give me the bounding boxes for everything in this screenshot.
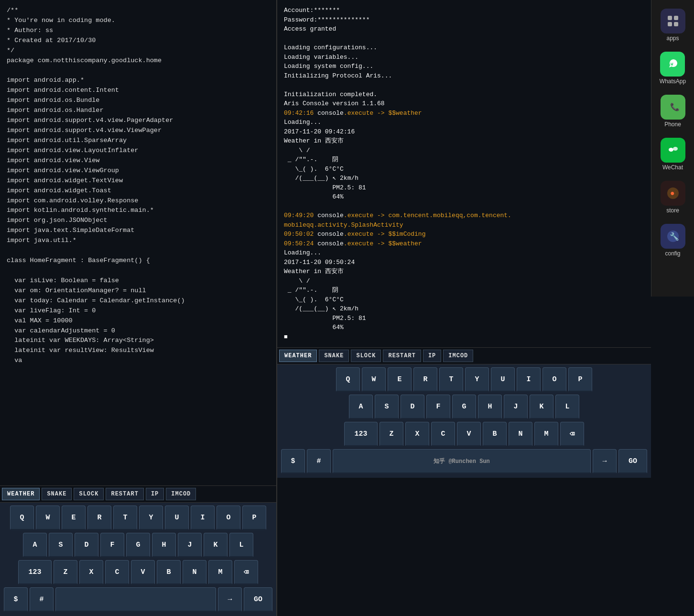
key-p[interactable]: P — [242, 506, 266, 530]
key-o[interactable]: O — [217, 506, 240, 530]
left-panel: /** * You're now in coding mode. * Autho… — [0, 0, 277, 616]
right-key-e[interactable]: E — [388, 367, 412, 392]
right-btn-slock[interactable]: SLOCK — [351, 350, 381, 362]
right-key-row-3: 123 Z X C V B N M ⌫ — [279, 422, 649, 447]
right-key-q[interactable]: Q — [336, 367, 360, 392]
right-key-g[interactable]: G — [452, 395, 476, 419]
right-key-l[interactable]: L — [555, 395, 579, 419]
key-g[interactable]: G — [126, 533, 150, 558]
key-del[interactable]: ⌫ — [234, 560, 258, 585]
right-key-h[interactable]: H — [478, 395, 502, 419]
key-123[interactable]: 123 — [18, 560, 52, 585]
right-btn-ip[interactable]: IP — [423, 350, 441, 362]
key-u[interactable]: U — [165, 506, 189, 530]
key-f[interactable]: F — [100, 533, 124, 558]
right-key-r[interactable]: R — [413, 367, 437, 392]
wechat-label: WeChat — [662, 164, 683, 171]
right-btn-restart[interactable]: RESTART — [383, 350, 421, 362]
right-key-x[interactable]: X — [405, 422, 429, 447]
left-key-row-1: Q W E R T Y U I O P — [2, 506, 274, 530]
left-btn-slock[interactable]: SLOCK — [74, 488, 104, 500]
right-key-k[interactable]: K — [530, 395, 553, 419]
left-btn-weather[interactable]: WEATHER — [2, 488, 40, 500]
right-btn-weather[interactable]: WEATHER — [279, 350, 317, 362]
apps-label: apps — [666, 35, 679, 42]
svg-rect-3 — [674, 22, 678, 26]
right-key-y[interactable]: Y — [465, 367, 489, 392]
key-l[interactable]: L — [229, 533, 253, 558]
key-s[interactable]: S — [49, 533, 73, 558]
sidebar-config[interactable]: 🔧 config — [658, 220, 688, 261]
key-i[interactable]: I — [191, 506, 215, 530]
right-key-i[interactable]: I — [517, 367, 541, 392]
key-w[interactable]: W — [36, 506, 60, 530]
right-key-u[interactable]: U — [491, 367, 515, 392]
key-n[interactable]: N — [183, 560, 206, 585]
right-btn-snake[interactable]: SNAKE — [319, 350, 349, 362]
key-y[interactable]: Y — [139, 506, 163, 530]
key-t[interactable]: T — [113, 506, 137, 530]
key-c[interactable]: C — [105, 560, 129, 585]
right-key-hash[interactable]: # — [307, 449, 331, 474]
svg-rect-1 — [674, 16, 678, 20]
right-key-d[interactable]: D — [401, 395, 424, 419]
key-hash[interactable]: # — [30, 587, 54, 612]
key-x[interactable]: X — [79, 560, 103, 585]
whatsapp-label: WhatsApp — [660, 78, 686, 85]
right-keyboard: Q W E R T Y U I O P A S D F G H J K L — [277, 364, 651, 478]
right-key-b[interactable]: B — [483, 422, 507, 447]
right-key-c[interactable]: C — [431, 422, 455, 447]
right-btn-imcod[interactable]: IMCOD — [443, 350, 473, 362]
right-key-123[interactable]: 123 — [344, 422, 378, 447]
left-btn-restart[interactable]: RESTART — [106, 488, 143, 500]
right-key-dollar[interactable]: $ — [281, 449, 305, 474]
right-key-j[interactable]: J — [504, 395, 528, 419]
key-go[interactable]: GO — [244, 587, 272, 612]
right-key-v[interactable]: V — [457, 422, 481, 447]
right-key-row-1: Q W E R T Y U I O P — [279, 367, 649, 392]
right-key-arrow[interactable]: → — [593, 449, 617, 474]
sidebar-store[interactable]: ● store — [658, 177, 688, 218]
left-btn-snake[interactable]: SNAKE — [42, 488, 72, 500]
key-z[interactable]: Z — [54, 560, 77, 585]
key-q[interactable]: Q — [10, 506, 34, 530]
right-key-o[interactable]: O — [542, 367, 566, 392]
left-btn-imcod[interactable]: IMCOD — [166, 488, 196, 500]
wechat-icon — [661, 138, 685, 163]
right-key-w[interactable]: W — [362, 367, 386, 392]
key-b[interactable]: B — [157, 560, 181, 585]
right-key-go[interactable]: GO — [618, 449, 647, 474]
sidebar-phone[interactable]: 📞 Phone — [658, 91, 688, 132]
key-m[interactable]: M — [208, 560, 232, 585]
left-key-row-2: A S D F G H J K L — [2, 533, 274, 558]
right-key-m[interactable]: M — [534, 422, 558, 447]
config-label: config — [665, 250, 680, 257]
key-e[interactable]: E — [62, 506, 86, 530]
right-key-s[interactable]: S — [375, 395, 399, 419]
svg-point-9 — [669, 148, 673, 152]
sidebar-whatsapp[interactable]: W WhatsApp — [657, 48, 688, 88]
config-icon: 🔧 — [661, 224, 685, 249]
right-key-z[interactable]: Z — [380, 422, 403, 447]
key-d[interactable]: D — [75, 533, 98, 558]
right-key-watermark: 知乎 @Runchen Sun — [333, 449, 591, 474]
right-key-a[interactable]: A — [349, 395, 373, 419]
key-r[interactable]: R — [87, 506, 111, 530]
sidebar-wechat[interactable]: WeChat — [658, 134, 688, 175]
key-k[interactable]: K — [204, 533, 228, 558]
key-h[interactable]: H — [152, 533, 176, 558]
right-key-n[interactable]: N — [509, 422, 532, 447]
left-btn-ip[interactable]: IP — [146, 488, 164, 500]
key-j[interactable]: J — [178, 533, 202, 558]
key-dollar[interactable]: $ — [4, 587, 28, 612]
key-a[interactable]: A — [23, 533, 47, 558]
right-key-p[interactable]: P — [568, 367, 592, 392]
svg-text:🔧: 🔧 — [670, 232, 679, 242]
key-v[interactable]: V — [131, 560, 155, 585]
key-space[interactable] — [55, 587, 216, 612]
right-key-del[interactable]: ⌫ — [560, 422, 584, 447]
right-key-f[interactable]: F — [426, 395, 450, 419]
sidebar-apps[interactable]: apps — [658, 5, 688, 45]
key-arrow[interactable]: → — [218, 587, 242, 612]
right-key-t[interactable]: T — [439, 367, 463, 392]
